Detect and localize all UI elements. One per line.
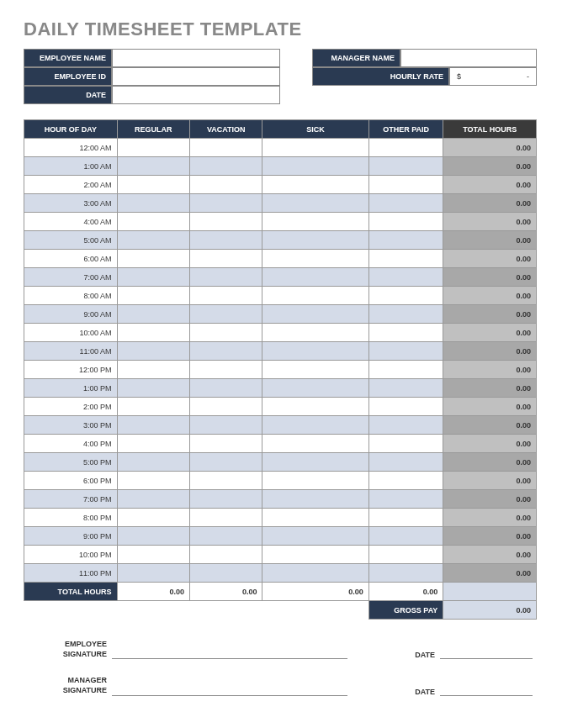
cell-regular[interactable]: [117, 453, 189, 472]
cell-sick[interactable]: [262, 546, 368, 564]
cell-sick[interactable]: [262, 509, 368, 527]
cell-sick[interactable]: [262, 453, 368, 472]
cell-regular[interactable]: [117, 157, 189, 176]
cell-regular[interactable]: [117, 268, 189, 287]
cell-sick[interactable]: [262, 361, 368, 379]
cell-vacation[interactable]: [190, 361, 262, 379]
cell-sick[interactable]: [262, 564, 368, 583]
cell-other[interactable]: [368, 527, 443, 546]
hourly-rate-field[interactable]: $ -: [449, 67, 537, 86]
cell-regular[interactable]: [117, 287, 189, 305]
cell-other[interactable]: [368, 435, 443, 453]
cell-vacation[interactable]: [190, 546, 262, 564]
cell-other[interactable]: [368, 509, 443, 527]
cell-regular[interactable]: [117, 176, 189, 194]
cell-vacation[interactable]: [190, 324, 262, 342]
cell-other[interactable]: [368, 305, 443, 324]
cell-other[interactable]: [368, 250, 443, 268]
employee-signature-line[interactable]: [112, 646, 347, 659]
cell-vacation[interactable]: [190, 268, 262, 287]
cell-other[interactable]: [368, 287, 443, 305]
manager-name-field[interactable]: [400, 49, 537, 67]
cell-regular[interactable]: [117, 416, 189, 435]
cell-sick[interactable]: [262, 139, 368, 157]
cell-regular[interactable]: [117, 398, 189, 416]
cell-other[interactable]: [368, 361, 443, 379]
cell-sick[interactable]: [262, 324, 368, 342]
cell-sick[interactable]: [262, 157, 368, 176]
cell-regular[interactable]: [117, 564, 189, 583]
cell-other[interactable]: [368, 379, 443, 398]
cell-sick[interactable]: [262, 379, 368, 398]
manager-date-line[interactable]: [440, 683, 533, 696]
cell-vacation[interactable]: [190, 157, 262, 176]
cell-sick[interactable]: [262, 398, 368, 416]
cell-vacation[interactable]: [190, 250, 262, 268]
cell-other[interactable]: [368, 268, 443, 287]
cell-vacation[interactable]: [190, 231, 262, 250]
cell-regular[interactable]: [117, 305, 189, 324]
cell-vacation[interactable]: [190, 176, 262, 194]
cell-sick[interactable]: [262, 342, 368, 361]
cell-vacation[interactable]: [190, 509, 262, 527]
employee-id-field[interactable]: [112, 67, 280, 86]
cell-other[interactable]: [368, 231, 443, 250]
cell-sick[interactable]: [262, 472, 368, 490]
cell-regular[interactable]: [117, 527, 189, 546]
cell-vacation[interactable]: [190, 139, 262, 157]
cell-other[interactable]: [368, 194, 443, 213]
cell-vacation[interactable]: [190, 527, 262, 546]
cell-vacation[interactable]: [190, 490, 262, 509]
cell-sick[interactable]: [262, 305, 368, 324]
cell-vacation[interactable]: [190, 453, 262, 472]
cell-sick[interactable]: [262, 176, 368, 194]
cell-regular[interactable]: [117, 324, 189, 342]
cell-vacation[interactable]: [190, 416, 262, 435]
cell-regular[interactable]: [117, 194, 189, 213]
cell-other[interactable]: [368, 157, 443, 176]
cell-vacation[interactable]: [190, 379, 262, 398]
cell-regular[interactable]: [117, 139, 189, 157]
cell-sick[interactable]: [262, 213, 368, 231]
cell-regular[interactable]: [117, 379, 189, 398]
cell-other[interactable]: [368, 176, 443, 194]
cell-regular[interactable]: [117, 231, 189, 250]
cell-vacation[interactable]: [190, 564, 262, 583]
cell-vacation[interactable]: [190, 213, 262, 231]
cell-regular[interactable]: [117, 546, 189, 564]
cell-regular[interactable]: [117, 213, 189, 231]
cell-regular[interactable]: [117, 342, 189, 361]
cell-other[interactable]: [368, 472, 443, 490]
cell-sick[interactable]: [262, 231, 368, 250]
cell-regular[interactable]: [117, 361, 189, 379]
cell-regular[interactable]: [117, 490, 189, 509]
cell-sick[interactable]: [262, 287, 368, 305]
date-field[interactable]: [112, 86, 280, 104]
cell-other[interactable]: [368, 324, 443, 342]
cell-sick[interactable]: [262, 194, 368, 213]
cell-sick[interactable]: [262, 490, 368, 509]
cell-vacation[interactable]: [190, 435, 262, 453]
cell-sick[interactable]: [262, 250, 368, 268]
cell-vacation[interactable]: [190, 305, 262, 324]
cell-other[interactable]: [368, 546, 443, 564]
employee-date-line[interactable]: [440, 646, 533, 659]
cell-sick[interactable]: [262, 268, 368, 287]
cell-other[interactable]: [368, 398, 443, 416]
cell-vacation[interactable]: [190, 472, 262, 490]
cell-sick[interactable]: [262, 527, 368, 546]
cell-vacation[interactable]: [190, 398, 262, 416]
cell-sick[interactable]: [262, 416, 368, 435]
manager-signature-line[interactable]: [112, 683, 347, 696]
cell-other[interactable]: [368, 453, 443, 472]
cell-vacation[interactable]: [190, 287, 262, 305]
cell-regular[interactable]: [117, 435, 189, 453]
cell-sick[interactable]: [262, 435, 368, 453]
cell-regular[interactable]: [117, 250, 189, 268]
cell-other[interactable]: [368, 490, 443, 509]
employee-name-field[interactable]: [112, 49, 280, 67]
cell-other[interactable]: [368, 213, 443, 231]
cell-other[interactable]: [368, 139, 443, 157]
cell-regular[interactable]: [117, 472, 189, 490]
cell-vacation[interactable]: [190, 342, 262, 361]
